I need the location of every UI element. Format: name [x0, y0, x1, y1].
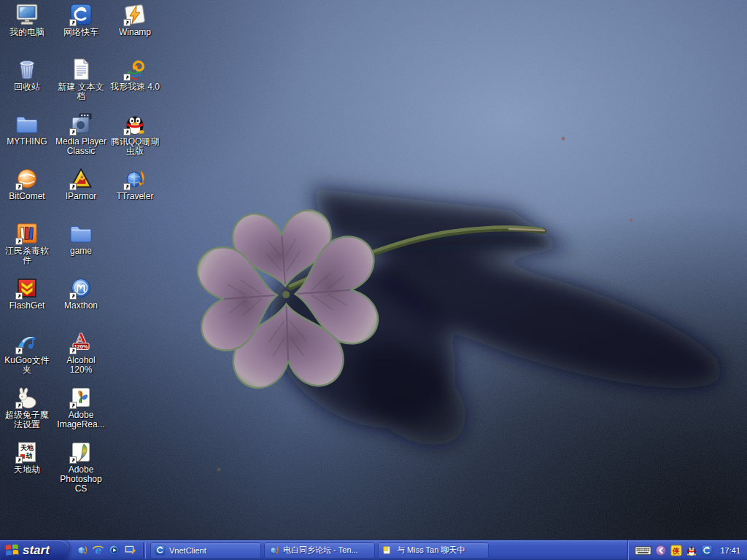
desktop-icon-adobe-imageready[interactable]: AdobeImageRea...: [55, 386, 107, 429]
desktop-icon-bitcomet[interactable]: BitComet: [1, 167, 53, 201]
desktop-icon-adobe-photoshop-cs[interactable]: AdobePhotoshop CS: [55, 440, 107, 494]
ttraveler-icon: [123, 167, 147, 190]
tray-icon-xia-tray[interactable]: 侠: [670, 545, 682, 556]
taskbar-button-qq-chat-window[interactable]: 与 Miss Tan 聊天中: [378, 542, 489, 559]
desktop-icon-label: FlashGet: [1, 301, 53, 311]
desktop-icon-label: Maxthon: [55, 301, 107, 311]
tiandijie-icon: 天地劫: [15, 440, 39, 464]
shortcut-arrow-icon: [123, 19, 131, 26]
woxing-icon: [123, 58, 147, 81]
desktop-icon-label: BitComet: [1, 192, 53, 201]
taskbar-buttons: VnetClient电白同乡论坛 - Ten...与 Miss Tan 聊天中: [147, 542, 489, 559]
shortcut-arrow-icon: [69, 183, 77, 190]
shortcut-arrow-icon: [15, 347, 23, 354]
folder-icon: [69, 222, 93, 245]
desktop-icon-game-folder[interactable]: game: [55, 222, 107, 256]
shortcut-arrow-icon: [123, 74, 131, 81]
system-tray: 侠 17:41: [628, 540, 747, 560]
desktop-icon-kugoo-folder[interactable]: KuGoo文件夹: [1, 331, 53, 375]
desktop-icon-winamp[interactable]: Winamp: [109, 3, 161, 37]
qq-chat-icon: [382, 545, 393, 556]
desktop-icon-media-player-classic[interactable]: Media PlayerClassic: [55, 112, 107, 156]
windows-flag-icon: [5, 544, 19, 556]
shortcut-arrow-icon: [15, 402, 23, 409]
svg-text:天地: 天地: [20, 444, 34, 451]
my-computer-icon: [15, 3, 39, 26]
quick-launch-show-desktop[interactable]: [123, 544, 136, 557]
desktop-icon-label: Alcohol 120%: [55, 356, 107, 375]
rabbit-icon: [15, 386, 39, 409]
maxthon-icon: [69, 276, 93, 300]
desktop-icon-label: TTraveler: [109, 192, 161, 201]
desktop-icon-label: 回收站: [1, 82, 53, 92]
iparmor-icon: [69, 167, 93, 190]
taskbar-button-dianbai-forum-window[interactable]: 电白同乡论坛 - Ten...: [264, 542, 375, 559]
desktop-icon-label: Media PlayerClassic: [55, 137, 107, 156]
desktop-icon-super-rabbit-magic[interactable]: 超级兔子魔法设置: [1, 386, 53, 429]
desktop-icon-label: 天地劫: [1, 465, 53, 475]
desktop-icon-my-computer[interactable]: 我的电脑: [1, 3, 53, 37]
desktop-icon-alcohol-120[interactable]: A120%Alcohol 120%: [55, 331, 107, 375]
desktop-icon-label: KuGoo文件夹: [1, 356, 53, 375]
telecom-icon: [69, 3, 93, 26]
taskbar-button-vnetclient-window[interactable]: VnetClient: [150, 542, 261, 559]
photoshop-icon: [69, 440, 93, 464]
start-button[interactable]: start: [0, 540, 69, 560]
ttraveler-icon: [268, 545, 279, 556]
tray-icon-vnet-telecom-tray[interactable]: [701, 545, 713, 556]
desktop-icon-new-text-document[interactable]: 新建 文本文档: [55, 58, 107, 101]
tray-clock: 17:41: [720, 546, 740, 555]
svg-text:e: e: [94, 544, 101, 556]
desktop-icon-label: 江民杀毒软件: [1, 246, 53, 265]
telecom-icon: [155, 545, 166, 556]
tray-icon-input-method-keyboard[interactable]: [635, 545, 651, 556]
taskbar-divider: [143, 542, 146, 559]
desktop-icon-ttraveler[interactable]: TTraveler: [109, 167, 161, 201]
desktop-icon-woxing-wosu-4[interactable]: 我形我速 4.0: [109, 58, 161, 92]
desktop-icon-recycle-bin[interactable]: 回收站: [1, 58, 53, 92]
alcohol-icon: A120%: [69, 331, 93, 354]
tray-icon-qq-tray[interactable]: [686, 545, 697, 556]
desktop-icon-tencent-qq-coral[interactable]: 腾讯QQ珊瑚虫版: [109, 112, 161, 156]
bitcomet-icon: [15, 167, 39, 190]
shortcut-arrow-icon: [15, 292, 23, 300]
quick-launch-bar: e: [69, 544, 142, 557]
desktop-icon-flashget[interactable]: FlashGet: [1, 276, 53, 311]
desktop-icon-mything-folder[interactable]: MYTHING: [1, 112, 53, 147]
shortcut-arrow-icon: [69, 456, 77, 464]
desktop-icon-vnet-flashlink[interactable]: 网络快车: [55, 3, 107, 37]
desktop-icon-label: IParmor: [55, 192, 107, 201]
quick-launch-media-player-classic[interactable]: [107, 544, 120, 557]
desktop-icon-label: Winamp: [109, 28, 161, 37]
start-button-label: start: [23, 543, 50, 558]
desktop-icon-label: AdobePhotoshop CS: [55, 465, 107, 494]
desktop-icon-jiangmin-antivirus[interactable]: 江民杀毒软件: [1, 222, 53, 265]
quick-launch-ttraveler[interactable]: [75, 544, 88, 557]
shortcut-arrow-icon: [123, 128, 131, 136]
shortcut-arrow-icon: [69, 19, 77, 26]
kugoo-icon: [15, 331, 39, 354]
desktop-icon-tiandijie[interactable]: 天地劫天地劫: [1, 440, 53, 475]
desktop-icon-label: 我形我速 4.0: [109, 82, 161, 92]
desktop-icon-label: AdobeImageRea...: [55, 411, 107, 429]
text-doc-icon: [69, 58, 93, 81]
desktop-icon-iparmor[interactable]: IParmor: [55, 167, 107, 201]
desktop-icon-label: 我的电脑: [1, 28, 53, 37]
shortcut-arrow-icon: [15, 183, 23, 190]
tray-icons: 侠: [635, 545, 713, 556]
shortcut-arrow-icon: [69, 128, 77, 136]
windows-xp-desktop: 我的电脑网络快车Winamp回收站新建 文本文档我形我速 4.0MYTHINGM…: [0, 0, 747, 560]
desktop-icon-maxthon[interactable]: Maxthon: [55, 276, 107, 311]
quick-launch-internet-explorer[interactable]: e: [91, 544, 104, 557]
desktop-icon-label: game: [55, 246, 107, 256]
jiangmin-icon: [15, 222, 39, 245]
taskbar-button-label: 与 Miss Tan 聊天中: [397, 545, 465, 556]
taskbar-button-label: VnetClient: [169, 546, 206, 555]
shortcut-arrow-icon: [69, 292, 77, 300]
imageready-icon: [69, 386, 93, 409]
qq-icon: [123, 112, 147, 136]
tray-icon-hide-icons-chevron[interactable]: [655, 545, 667, 556]
desktop-icon-label: 腾讯QQ珊瑚虫版: [109, 137, 161, 156]
mpc-icon: [69, 112, 93, 136]
recycle-bin-icon: [15, 58, 39, 81]
